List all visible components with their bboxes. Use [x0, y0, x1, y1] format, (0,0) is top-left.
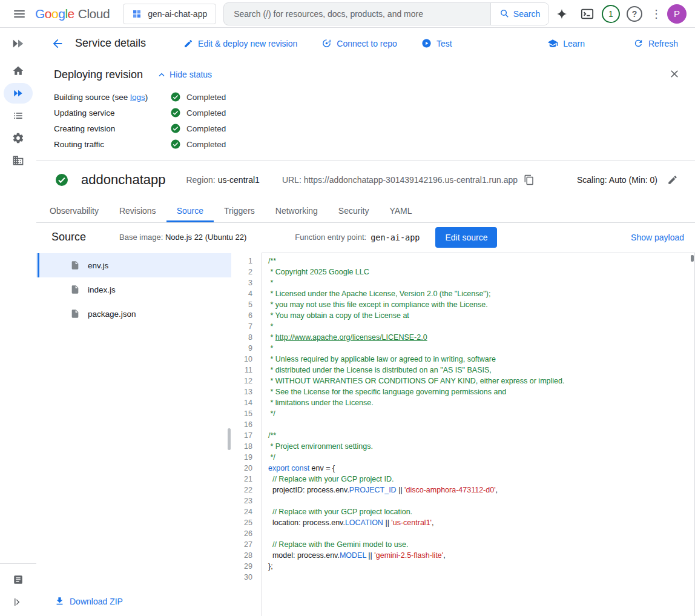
edit-scaling-button[interactable] — [667, 174, 678, 185]
entry-point: Function entry point:gen-ai-app — [295, 233, 420, 242]
file-name: package.json — [88, 310, 136, 319]
tab-source[interactable]: Source — [166, 199, 214, 222]
cloud-run-logo — [12, 28, 25, 59]
tab-triggers[interactable]: Triggers — [214, 199, 265, 222]
left-nav-rail — [0, 28, 36, 616]
step-status: Completed — [186, 140, 226, 149]
line-numbers: 1234567891011121314151617181920212223242… — [231, 253, 262, 616]
service-url: URL: https://addonchatapp-301439142196.u… — [282, 175, 518, 185]
tab-networking[interactable]: Networking — [265, 199, 328, 222]
rail-item-integrations[interactable] — [4, 128, 33, 148]
release-notes-button[interactable] — [4, 569, 33, 590]
pencil-icon — [183, 39, 193, 48]
step-label: Updating service — [54, 108, 170, 118]
step-status: Completed — [186, 93, 226, 102]
release-notes-icon — [13, 574, 24, 585]
deploy-panel-title: Deploying revision — [54, 68, 143, 81]
connect-repo-button[interactable]: Connect to repo — [321, 38, 397, 48]
cloud-shell-icon[interactable] — [576, 3, 598, 25]
step-label: Creating revision — [54, 124, 170, 133]
tab-observability[interactable]: Observability — [39, 199, 109, 222]
check-circle-icon — [170, 123, 181, 134]
service-toolbar: Service details Edit & deploy new revisi… — [36, 28, 695, 59]
deploy-status-panel: Deploying revision Hide status Building … — [36, 59, 695, 161]
tab-yaml[interactable]: YAML — [379, 199, 422, 222]
service-name: addonchatapp — [81, 172, 165, 188]
service-summary: addonchatapp Region: us-central1 URL: ht… — [36, 161, 695, 199]
trial-status-badge[interactable]: 1 — [602, 5, 620, 23]
project-name: gen-ai-chat-app — [148, 9, 207, 19]
menu-icon[interactable] — [8, 3, 30, 25]
search-icon — [499, 8, 510, 19]
home-icon — [12, 65, 24, 77]
logs-link[interactable]: logs — [130, 93, 145, 102]
chevron-up-icon — [156, 69, 167, 80]
check-circle-icon — [170, 91, 181, 102]
deploy-step-creating-revision: Creating revision Completed — [54, 121, 680, 136]
deploy-step-routing-traffic: Routing traffic Completed — [54, 136, 680, 152]
file-icon — [70, 260, 80, 270]
help-icon[interactable]: ? — [624, 3, 645, 25]
code-viewer: 1234567891011121314151617181920212223242… — [231, 251, 695, 616]
file-icon — [70, 285, 80, 294]
top-app-bar: Google Cloud gen-ai-chat-app Search 1 ? … — [0, 0, 695, 28]
service-region: Region: us-central1 — [186, 175, 259, 185]
expand-rail-button[interactable] — [4, 592, 33, 612]
rail-item-domains[interactable] — [4, 150, 33, 171]
service-scaling: Scaling: Auto (Min: 0) — [577, 175, 657, 185]
rail-item-home[interactable] — [4, 61, 33, 81]
search-bar: Search — [223, 2, 549, 25]
topbar-actions: 1 ? ⋮ P — [551, 3, 687, 25]
code-editor[interactable]: /** * Copyright 2025 Google LLC * * Lice… — [262, 253, 695, 616]
check-circle-icon — [170, 139, 181, 150]
base-image: Base image: Node.js 22 (Ubuntu 22) — [119, 233, 246, 242]
learn-button[interactable]: Learn — [547, 38, 585, 49]
copy-url-button[interactable] — [524, 174, 535, 185]
source-content: env.js index.js package.json Download ZI… — [36, 251, 695, 616]
test-button[interactable]: Test — [421, 38, 452, 48]
more-options-icon[interactable]: ⋮ — [649, 7, 664, 21]
refresh-icon — [633, 38, 644, 48]
step-status: Completed — [186, 124, 226, 133]
list-icon — [12, 110, 24, 122]
gear-icon — [12, 132, 24, 144]
search-button[interactable]: Search — [490, 3, 548, 25]
file-panel-scrollbar[interactable] — [228, 428, 231, 450]
learn-icon — [547, 38, 558, 49]
source-header: Source Base image: Node.js 22 (Ubuntu 22… — [36, 223, 695, 251]
hide-status-toggle[interactable]: Hide status — [156, 69, 212, 80]
close-icon[interactable] — [668, 68, 680, 82]
code-scrollbar[interactable] — [691, 255, 694, 262]
search-input[interactable] — [224, 3, 490, 25]
panel-expand-icon — [13, 597, 24, 608]
back-button[interactable] — [51, 37, 64, 50]
service-status-check-icon — [54, 173, 69, 187]
file-item-env-js[interactable]: env.js — [36, 253, 231, 277]
refresh-button[interactable]: Refresh — [633, 38, 678, 48]
file-item-package-json[interactable]: package.json — [36, 302, 231, 326]
step-label: Routing traffic — [54, 140, 170, 149]
show-payload-link[interactable]: Show payload — [631, 233, 684, 242]
tab-security[interactable]: Security — [328, 199, 380, 222]
rail-item-cloud-run[interactable] — [4, 83, 33, 104]
tab-revisions[interactable]: Revisions — [109, 199, 166, 222]
file-icon — [70, 309, 80, 319]
cloud-run-icon — [13, 88, 24, 99]
project-selector[interactable]: gen-ai-chat-app — [123, 4, 216, 24]
download-zip-button[interactable]: Download ZIP — [54, 596, 123, 606]
gemini-icon[interactable] — [551, 3, 573, 25]
step-status: Completed — [186, 108, 226, 118]
file-item-index-js[interactable]: index.js — [36, 277, 231, 302]
file-name: index.js — [88, 285, 116, 294]
edit-deploy-button[interactable]: Edit & deploy new revision — [183, 39, 297, 48]
back-arrow-icon — [51, 37, 64, 50]
avatar[interactable]: P — [667, 4, 687, 24]
edit-source-button[interactable]: Edit source — [435, 227, 497, 248]
copy-icon — [524, 174, 535, 185]
rail-bottom-section — [0, 563, 36, 612]
rail-item-services-list[interactable] — [4, 105, 33, 126]
service-tabs: Observability Revisions Source Triggers … — [36, 199, 695, 223]
deploy-step-building-source: Building source (see logs) Completed — [54, 89, 680, 105]
file-name: env.js — [88, 261, 108, 270]
repo-icon — [321, 38, 332, 48]
